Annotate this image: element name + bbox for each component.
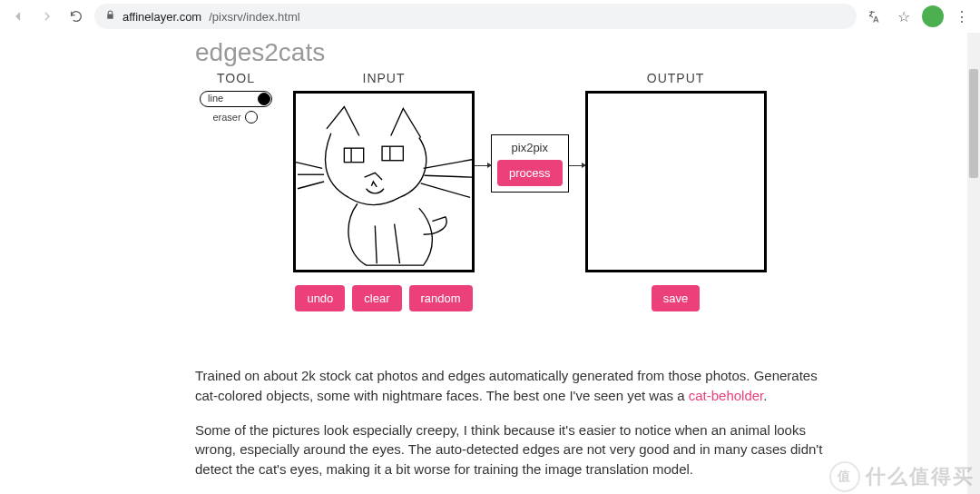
tool-line-label: line: [208, 93, 223, 104]
processor-box: pix2pix process: [491, 134, 569, 193]
reload-button[interactable]: [65, 5, 87, 27]
description-paragraph-2: Some of the pictures look especially cre…: [195, 420, 830, 479]
browser-toolbar: affinelayer.com/pixsrv/index.html ☆ ⋮: [0, 0, 980, 33]
svg-rect-2: [382, 146, 403, 161]
cat-sketch: [296, 94, 472, 270]
svg-rect-0: [344, 148, 363, 163]
watermark-text: 什么值得买: [866, 465, 975, 488]
lock-icon: [105, 10, 115, 23]
svg-line-6: [298, 182, 324, 189]
tool-header: TOOL: [217, 71, 255, 85]
output-header: OUTPUT: [647, 71, 705, 85]
svg-line-8: [425, 175, 472, 177]
svg-line-10: [375, 226, 377, 264]
svg-line-11: [395, 224, 400, 264]
process-button[interactable]: process: [497, 160, 563, 186]
undo-button[interactable]: undo: [295, 285, 345, 311]
svg-line-7: [424, 160, 472, 169]
random-button[interactable]: random: [409, 285, 473, 311]
url-host: affinelayer.com: [122, 10, 201, 24]
clear-button[interactable]: clear: [352, 285, 401, 311]
back-button[interactable]: [7, 5, 29, 27]
tool-eraser-toggle[interactable]: eraser: [212, 111, 259, 124]
translate-icon[interactable]: [864, 5, 886, 27]
address-bar[interactable]: affinelayer.com/pixsrv/index.html: [94, 4, 857, 29]
cat-beholder-link[interactable]: cat-beholder: [689, 388, 764, 403]
save-button[interactable]: save: [652, 285, 700, 311]
forward-button[interactable]: [36, 5, 58, 27]
tool-eraser-label: eraser: [212, 112, 240, 123]
output-canvas: [585, 91, 767, 272]
input-canvas[interactable]: [293, 91, 475, 272]
page-title: edges2cats: [195, 38, 830, 67]
processor-label: pix2pix: [512, 141, 548, 154]
arrow-icon: [569, 165, 585, 166]
text: .: [763, 388, 767, 403]
scrollbar-thumb[interactable]: [969, 69, 978, 178]
profile-avatar[interactable]: [922, 5, 944, 27]
svg-line-9: [421, 183, 470, 198]
star-icon[interactable]: ☆: [893, 5, 915, 27]
page-viewport: edges2cats TOOL line eraser INPUT: [0, 33, 980, 494]
svg-line-4: [296, 163, 322, 169]
input-header: INPUT: [363, 71, 406, 85]
scrollbar[interactable]: [967, 33, 980, 494]
watermark: 值 什么值得买: [829, 461, 975, 492]
description-paragraph-1: Trained on about 2k stock cat photos and…: [195, 366, 830, 406]
url-path: /pixsrv/index.html: [209, 10, 299, 24]
arrow-icon: [475, 165, 491, 166]
tool-eraser-knob: [245, 111, 258, 124]
demo-interface: TOOL line eraser INPUT: [195, 71, 830, 311]
menu-icon[interactable]: ⋮: [951, 5, 973, 27]
tool-line-knob: [258, 93, 270, 105]
tool-line-toggle[interactable]: line: [200, 91, 272, 107]
watermark-icon: 值: [829, 461, 860, 492]
